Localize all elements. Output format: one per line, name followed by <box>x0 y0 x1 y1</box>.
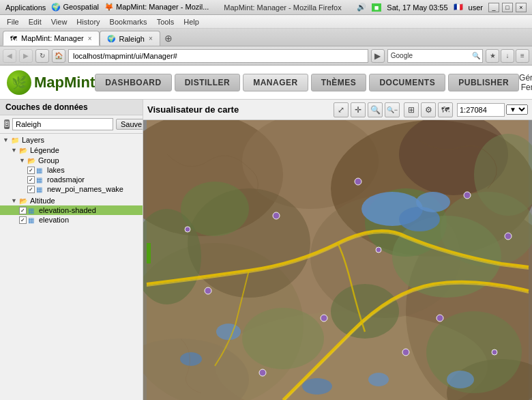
group-item: ▼ 📂 Group ✓ ▦ lakes <box>0 155 143 195</box>
altitude-row[interactable]: ▼ 📂 Altitude <box>0 196 143 205</box>
map-canvas[interactable] <box>143 120 532 400</box>
group-toggle: ▼ <box>19 157 27 164</box>
tree-root[interactable]: ▼ 📁 Layers <box>0 135 143 145</box>
tree-elevation-shaded-row[interactable]: ✓ ▦ elevation-shaded <box>0 205 143 215</box>
menu-view[interactable]: View <box>47 16 72 27</box>
legende-folder-icon: 📂 <box>19 147 29 154</box>
close-btn[interactable]: × <box>516 3 527 12</box>
go-btn[interactable]: ▶ <box>371 49 385 63</box>
group-label: Group <box>38 156 59 165</box>
tab-themes[interactable]: ThÈMES <box>311 74 367 91</box>
refresh-btn[interactable]: ↻ <box>35 49 49 63</box>
sidebar-search-input[interactable] <box>12 118 113 130</box>
svg-point-38 <box>492 349 497 355</box>
tab-publisher[interactable]: PUBLISHER <box>448 74 519 91</box>
menu-edit[interactable]: Edit <box>25 16 46 27</box>
svg-point-16 <box>242 308 324 369</box>
zoom-in-btn[interactable]: 🔍 <box>368 102 383 117</box>
svg-point-34 <box>402 349 409 356</box>
user-area: Gérald Fenoy <box>519 73 532 92</box>
scale-input[interactable] <box>457 103 505 117</box>
svg-point-39 <box>185 227 190 232</box>
group-folder-icon: 📂 <box>27 157 37 165</box>
lakes-checkbox[interactable]: ✓ <box>27 167 35 174</box>
applications-menu[interactable]: Applications <box>5 3 46 12</box>
svg-point-31 <box>464 192 471 199</box>
sidebar-save-btn[interactable]: Sauver <box>116 119 143 130</box>
menu-btn[interactable]: ≡ <box>516 49 529 63</box>
tab-close-1[interactable]: × <box>88 35 92 42</box>
tab-distiller[interactable]: DISTILLER <box>175 74 241 91</box>
titlebar-title: MapMint: Manager - Mozilla Firefox <box>224 3 341 12</box>
tree-elevation-row[interactable]: ✓ ▦ elevation <box>0 215 143 225</box>
group-row[interactable]: ▼ 📂 Group <box>0 156 143 165</box>
forward-btn[interactable]: ▶ <box>19 49 33 63</box>
grid-btn[interactable]: ⊞ <box>404 102 419 117</box>
flag-icon: 🇫🇷 <box>454 3 463 12</box>
svg-point-24 <box>216 324 241 340</box>
tab-label-1: MapMint: Manager <box>21 34 84 42</box>
map-svg <box>143 120 532 400</box>
minimize-btn[interactable]: _ <box>488 3 499 12</box>
elevation-label: elevation <box>39 216 69 224</box>
roadsmajor-checkbox[interactable]: ✓ <box>27 176 35 184</box>
volume-icon: 🔊 <box>357 3 366 12</box>
elevation-checkbox[interactable]: ✓ <box>19 216 27 224</box>
svg-point-26 <box>447 371 474 388</box>
svg-point-37 <box>437 315 443 322</box>
menu-help[interactable]: Help <box>179 16 203 27</box>
window-controls[interactable]: _ □ × <box>488 3 527 12</box>
tree-lakes-row[interactable]: ✓ ▦ lakes <box>0 165 143 175</box>
menu-history[interactable]: History <box>72 16 104 27</box>
downloads-btn[interactable]: ↓ <box>501 49 514 63</box>
sidebar-search-bar: 🗄 Sauver <box>0 115 143 134</box>
search-input[interactable] <box>415 52 470 60</box>
address-bar: ◀ ▶ ↻ 🏠 ▶ Google 🔍 ★ ↓ ≡ <box>0 46 532 66</box>
elevation-shaded-layer-icon: ▦ <box>28 207 38 214</box>
back-btn[interactable]: ◀ <box>3 49 16 63</box>
search-submit-btn[interactable]: 🔍 <box>470 50 482 62</box>
bookmark-btn[interactable]: ★ <box>486 49 499 63</box>
poi-checkbox[interactable]: ✓ <box>27 186 35 193</box>
tab-mapmint-manager[interactable]: 🗺 MapMint: Manager × <box>3 31 100 46</box>
menu-file[interactable]: File <box>3 16 23 27</box>
tab-documents[interactable]: DOCUMENTS <box>369 74 445 91</box>
settings-btn[interactable]: ⚙ <box>421 102 436 117</box>
tab-favicon-2: 🌍 <box>107 35 115 42</box>
scale-control: ▼ <box>457 103 528 117</box>
zoom-extent-btn[interactable]: ⤢ <box>334 102 349 117</box>
sidebar-db-icon: 🗄 <box>4 119 10 129</box>
address-input[interactable] <box>68 49 368 63</box>
svg-point-32 <box>505 233 512 240</box>
app-logo-text: MapMint <box>34 74 95 91</box>
svg-rect-41 <box>147 243 151 263</box>
tab-favicon-1: 🗺 <box>10 35 17 42</box>
zoom-out-btn[interactable]: 🔍− <box>385 102 400 117</box>
legende-group: ▼ 📂 Légende ▼ 📂 Group <box>0 145 143 195</box>
home-btn[interactable]: 🏠 <box>52 49 65 63</box>
sidebar: Couches de données 🗄 Sauver ▼ 📁 Layers ▼… <box>0 100 143 400</box>
tab-dashboard[interactable]: DASHBOARD <box>95 74 172 91</box>
tree-poi-row[interactable]: ✓ ▦ new_poi_names_wake <box>0 184 143 194</box>
map-view-controls: ⊞ ⚙ 🗺 <box>404 102 453 117</box>
menu-bookmarks[interactable]: Bookmarks <box>106 16 151 27</box>
menu-tools[interactable]: Tools <box>153 16 179 27</box>
new-tab-btn[interactable]: ⊕ <box>160 31 177 46</box>
tab-close-2[interactable]: × <box>149 35 153 42</box>
poi-label: new_poi_names_wake <box>47 185 123 193</box>
tab-manager[interactable]: MANAGER <box>243 74 308 91</box>
tab-raleigh[interactable]: 🌍 Raleigh × <box>100 31 160 46</box>
svg-point-25 <box>302 378 332 395</box>
datetime: Sat, 17 May 03:55 <box>387 3 447 12</box>
legend-btn[interactable]: 🗺 <box>438 102 453 117</box>
elevation-shaded-checkbox[interactable]: ✓ <box>19 207 27 214</box>
tree-roadsmajor-row[interactable]: ✓ ▦ roadsmajor <box>0 175 143 184</box>
svg-point-36 <box>259 369 266 376</box>
svg-point-30 <box>355 178 361 185</box>
legende-row[interactable]: ▼ 📂 Légende <box>0 145 143 155</box>
scale-dropdown[interactable]: ▼ <box>506 104 528 115</box>
altitude-folder-icon: 📂 <box>19 197 29 205</box>
pan-btn[interactable]: ✛ <box>351 102 366 117</box>
maximize-btn[interactable]: □ <box>502 3 513 12</box>
geospatial-menu[interactable]: 🌍 Geospatial <box>51 3 99 12</box>
